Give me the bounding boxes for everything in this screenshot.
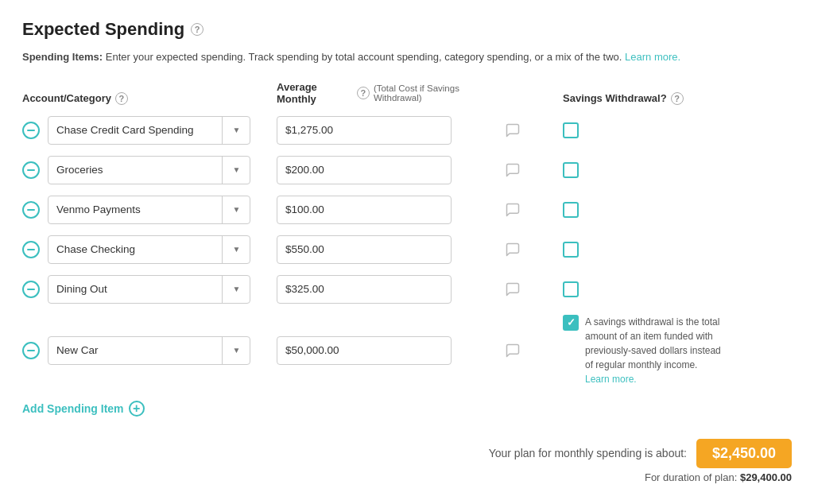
amount-input[interactable]	[277, 275, 452, 304]
row-left-4: Dining Out ▼	[22, 275, 277, 304]
account-select[interactable]: Chase Checking	[48, 235, 250, 264]
col-savings-help-icon[interactable]: ?	[671, 92, 684, 105]
title-help-icon[interactable]: ?	[191, 23, 204, 36]
monthly-amount: $2,450.00	[696, 439, 792, 468]
add-icon: +	[129, 401, 145, 417]
savings-checkbox[interactable]	[563, 281, 579, 297]
remove-row-button[interactable]	[22, 201, 40, 219]
account-select[interactable]: New Car	[48, 336, 250, 365]
desc-prefix: Spending Items:	[22, 51, 103, 63]
comment-icon	[505, 122, 521, 138]
amount-input[interactable]	[277, 196, 452, 224]
account-select-wrapper: Groceries ▼	[48, 156, 250, 184]
comment-button[interactable]	[499, 337, 526, 364]
row-left-1: Groceries ▼	[22, 156, 277, 184]
comment-cell	[499, 196, 563, 223]
amount-cell	[277, 275, 499, 304]
tooltip-text: A savings withdrawal is the total amount…	[585, 316, 721, 370]
monthly-label: Your plan for monthly spending is about:	[489, 447, 687, 459]
row-left-2: Venmo Payments ▼	[22, 196, 277, 224]
col-average-monthly: Average Monthly ? (Total Cost if Savings…	[277, 81, 499, 105]
savings-cell	[563, 202, 722, 218]
account-select[interactable]: Dining Out	[48, 275, 250, 304]
comment-button[interactable]	[499, 276, 526, 303]
comment-icon	[505, 281, 521, 297]
amount-input[interactable]	[277, 116, 452, 145]
summary-section: Your plan for monthly spending is about:…	[22, 439, 792, 483]
savings-checkbox[interactable]	[563, 162, 579, 178]
row-left-3: Chase Checking ▼	[22, 235, 277, 264]
table-row: Dining Out ▼	[22, 275, 792, 304]
remove-row-button[interactable]	[22, 281, 40, 298]
amount-cell	[277, 196, 499, 224]
amount-input[interactable]	[277, 235, 452, 264]
table-row: Chase Credit Card Spending ▼	[22, 116, 792, 145]
account-select-wrapper: Dining Out ▼	[48, 275, 250, 304]
comment-icon	[505, 162, 521, 178]
table-header: Account/Category ? Average Monthly ? (To…	[22, 81, 792, 110]
amount-cell	[277, 156, 499, 184]
savings-cell: A savings withdrawal is the total amount…	[563, 315, 722, 386]
duration-amount: $29,400.00	[740, 471, 792, 483]
row-left-0: Chase Credit Card Spending ▼	[22, 116, 277, 145]
remove-row-button[interactable]	[22, 161, 40, 179]
comment-button[interactable]	[499, 157, 526, 184]
remove-row-button[interactable]	[22, 241, 40, 258]
account-select[interactable]: Venmo Payments	[48, 196, 250, 224]
account-select[interactable]: Groceries	[48, 156, 250, 184]
table-row: Venmo Payments ▼	[22, 196, 792, 224]
comment-button[interactable]	[499, 117, 526, 144]
amount-cell	[277, 336, 499, 365]
comment-cell	[499, 157, 563, 184]
account-select-wrapper: Chase Credit Card Spending ▼	[48, 116, 250, 145]
add-spending-label: Add Spending Item	[22, 402, 124, 415]
desc-learn-more[interactable]: Learn more.	[625, 51, 680, 63]
amount-input[interactable]	[277, 336, 452, 365]
account-select[interactable]: Chase Credit Card Spending	[48, 116, 250, 145]
comment-button[interactable]	[499, 236, 526, 263]
col-monthly-help-icon[interactable]: ?	[357, 87, 370, 99]
col-account-help-icon[interactable]: ?	[115, 92, 128, 105]
amount-cell	[277, 235, 499, 264]
savings-cell	[563, 162, 722, 178]
comment-button[interactable]	[499, 196, 526, 223]
spending-rows: Chase Credit Card Spending ▼	[22, 116, 792, 386]
comment-cell	[499, 236, 563, 263]
table-row: Groceries ▼	[22, 156, 792, 184]
col-savings-withdrawal: Savings Withdrawal? ?	[563, 92, 722, 105]
savings-checkbox[interactable]	[563, 122, 579, 138]
duration-text: For duration of plan:	[645, 471, 737, 483]
remove-row-button[interactable]	[22, 342, 40, 359]
amount-cell	[277, 116, 499, 145]
table-row: Chase Checking ▼	[22, 235, 792, 264]
savings-cell	[563, 242, 722, 258]
account-select-wrapper: New Car ▼	[48, 336, 250, 365]
desc-text: Enter your expected spending. Track spen…	[106, 51, 622, 63]
savings-checkbox[interactable]	[563, 242, 579, 258]
comment-cell	[499, 337, 563, 364]
savings-cell	[563, 122, 722, 138]
table-row: New Car ▼ A savings withdrawal is the	[22, 315, 792, 386]
comment-icon	[505, 343, 521, 359]
account-select-wrapper: Chase Checking ▼	[48, 235, 250, 264]
comment-icon	[505, 242, 521, 258]
duration-label: For duration of plan: $29,400.00	[645, 471, 792, 483]
tooltip-learn-more[interactable]: Learn more.	[585, 374, 637, 385]
col-monthly-sub: (Total Cost if Savings Withdrawal)	[374, 83, 499, 103]
comment-icon	[505, 202, 521, 218]
monthly-summary: Your plan for monthly spending is about:…	[489, 439, 792, 468]
title-text: Expected Spending	[22, 19, 184, 40]
page-title: Expected Spending ?	[22, 19, 792, 40]
col-account-category: Account/Category ?	[22, 92, 277, 105]
savings-checkbox[interactable]	[563, 202, 579, 218]
add-spending-item-button[interactable]: Add Spending Item +	[22, 397, 145, 420]
amount-input[interactable]	[277, 156, 452, 184]
savings-tooltip: A savings withdrawal is the total amount…	[585, 315, 722, 386]
spending-description: Spending Items: Enter your expected spen…	[22, 49, 792, 65]
account-select-wrapper: Venmo Payments ▼	[48, 196, 250, 224]
remove-row-button[interactable]	[22, 122, 40, 139]
row-left-5: New Car ▼	[22, 336, 277, 365]
comment-cell	[499, 276, 563, 303]
savings-checkbox[interactable]	[563, 315, 579, 331]
savings-cell	[563, 281, 722, 297]
